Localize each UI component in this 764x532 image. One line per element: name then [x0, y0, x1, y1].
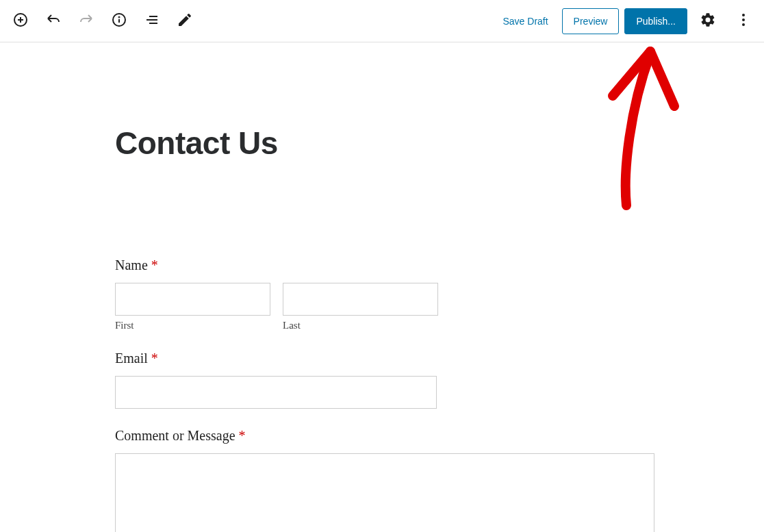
more-options-button[interactable] [728, 6, 759, 36]
last-name-col: Last [283, 283, 438, 331]
editor-content: Contact Us Name * First Last Email [0, 42, 764, 532]
preview-button[interactable]: Preview [562, 8, 620, 34]
email-label-text: Email [115, 351, 148, 366]
svg-point-9 [742, 14, 745, 16]
svg-point-5 [119, 17, 120, 18]
first-name-input[interactable] [115, 283, 270, 316]
name-inputs-row: First Last [115, 283, 649, 331]
editor-toolbar: Save Draft Preview Publish... [0, 0, 764, 42]
svg-point-11 [742, 23, 745, 26]
add-block-button[interactable] [5, 6, 36, 36]
contact-form: Name * First Last Email * [115, 257, 649, 532]
undo-icon [45, 12, 62, 30]
pencil-icon [177, 12, 193, 30]
outline-button[interactable] [137, 6, 167, 36]
redo-button[interactable] [71, 6, 101, 36]
comment-label-text: Comment or Message [115, 428, 235, 443]
redo-icon [78, 12, 94, 30]
gear-icon [700, 12, 716, 30]
email-label: Email * [115, 351, 649, 366]
name-label-text: Name [115, 257, 148, 273]
email-input[interactable] [115, 376, 437, 409]
required-mark: * [151, 257, 158, 273]
publish-button[interactable]: Publish... [624, 8, 687, 34]
comment-field: Comment or Message * [115, 428, 649, 532]
name-label: Name * [115, 257, 649, 273]
toolbar-right-group: Save Draft Preview Publish... [494, 6, 759, 36]
kebab-icon [735, 12, 752, 30]
name-field: Name * First Last [115, 257, 649, 331]
list-icon [144, 12, 160, 30]
info-button[interactable] [104, 6, 134, 36]
last-name-sublabel: Last [283, 320, 438, 331]
info-icon [111, 12, 127, 30]
save-draft-button[interactable]: Save Draft [494, 10, 556, 32]
first-name-col: First [115, 283, 270, 331]
email-field: Email * [115, 351, 649, 409]
required-mark: * [239, 428, 246, 443]
settings-button[interactable] [693, 6, 723, 36]
toolbar-left-group [5, 6, 200, 36]
last-name-input[interactable] [283, 283, 438, 316]
required-mark: * [151, 351, 158, 366]
svg-point-10 [742, 18, 745, 21]
first-name-sublabel: First [115, 320, 270, 331]
comment-textarea[interactable] [115, 453, 654, 532]
comment-label: Comment or Message * [115, 428, 649, 444]
edit-button[interactable] [170, 6, 200, 36]
page-title[interactable]: Contact Us [115, 125, 649, 162]
plus-circle-icon [12, 12, 29, 30]
undo-button[interactable] [38, 6, 68, 36]
